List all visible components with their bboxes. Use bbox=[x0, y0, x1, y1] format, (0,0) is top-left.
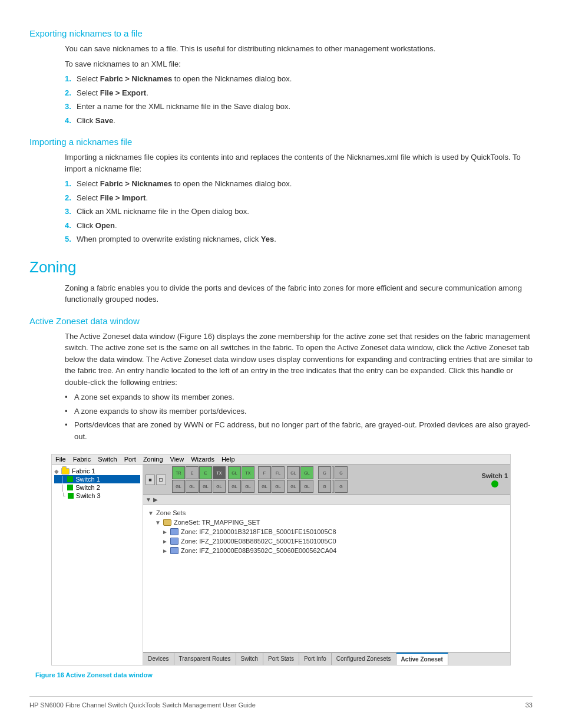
port-cell[interactable]: GL bbox=[199, 480, 212, 493]
menu-port[interactable]: Port bbox=[124, 456, 136, 463]
exporting-step-1: Select Fabric > Nicknames to open the Ni… bbox=[65, 73, 533, 85]
switch1-status-icon bbox=[67, 476, 73, 482]
bullet-item-1: A zone set expands to show its member zo… bbox=[65, 391, 533, 403]
port-cell[interactable]: GL bbox=[242, 480, 254, 493]
menu-switch[interactable]: Switch bbox=[98, 456, 117, 463]
switch3-status-icon bbox=[68, 493, 74, 499]
port-cell[interactable]: TX bbox=[242, 466, 254, 479]
figure-inner: ◆ Fabric 1 │ Switch 1 │ Switch 2 └ Switc… bbox=[52, 465, 510, 665]
menu-zoning[interactable]: Zoning bbox=[143, 456, 163, 463]
footer-left: HP SN6000 Fibre Channel Switch QuickTool… bbox=[29, 701, 256, 709]
zoning-heading: Zoning bbox=[29, 258, 533, 276]
tree-switch2[interactable]: │ Switch 2 bbox=[54, 483, 140, 492]
port-cell[interactable]: GL bbox=[172, 480, 185, 493]
switch-toolbar: ■ 🗌 TR E E TX GL GL bbox=[143, 465, 510, 495]
fabric-tree-panel: ◆ Fabric 1 │ Switch 1 │ Switch 2 └ Switc… bbox=[52, 465, 143, 665]
fabric-folder-icon bbox=[61, 468, 70, 475]
toolbar-icon2[interactable]: 🗌 bbox=[156, 475, 166, 485]
zone-icon bbox=[170, 538, 178, 545]
tab-port-stats[interactable]: Port Stats bbox=[263, 653, 299, 665]
importing-step-4: Click Open. bbox=[65, 220, 533, 232]
tab-devices[interactable]: Devices bbox=[143, 653, 174, 665]
port-cell[interactable]: E bbox=[186, 466, 199, 479]
tab-configured-zonesets[interactable]: Configured Zonesets bbox=[332, 653, 396, 665]
port-cell[interactable]: GL bbox=[228, 480, 241, 493]
importing-step-2: Select File > Import. bbox=[65, 192, 533, 204]
port-cell[interactable]: GL bbox=[287, 480, 300, 493]
active-zoneset-para: The Active Zoneset data window (Figure 1… bbox=[65, 331, 533, 388]
sep-row: ▼ ▶ bbox=[143, 495, 510, 505]
tab-active-zoneset[interactable]: Active Zoneset bbox=[396, 653, 448, 665]
port-cell[interactable]: G bbox=[335, 466, 348, 479]
switch2-status-icon bbox=[67, 485, 73, 490]
zone-expand-icon: ► bbox=[162, 548, 168, 554]
footer-right: 33 bbox=[525, 701, 533, 709]
switch3-label: Switch 3 bbox=[76, 492, 101, 499]
zone-item-0[interactable]: ► Zone: IFZ_2100001B3218F1EB_50001FE1501… bbox=[148, 527, 505, 536]
port-cell[interactable]: TX bbox=[213, 466, 226, 479]
zone-sets-label: Zone Sets bbox=[156, 509, 186, 516]
port-cell[interactable]: G bbox=[318, 480, 331, 493]
switch-status-dot bbox=[491, 480, 498, 487]
switch1-label: Switch 1 bbox=[75, 476, 100, 483]
page-footer: HP SN6000 Fibre Channel Switch QuickTool… bbox=[29, 696, 533, 709]
tab-switch[interactable]: Switch bbox=[236, 653, 263, 665]
zone-name-2: Zone: IFZ_210000E08B93502C_50060E000562C… bbox=[181, 547, 336, 554]
importing-para1: Importing a nicknames file copies its co… bbox=[65, 151, 533, 174]
port-cell[interactable]: GL bbox=[287, 466, 300, 479]
exporting-step-2: Select File > Export. bbox=[65, 87, 533, 99]
figure-caption-bold: Figure 16 Active Zoneset data window bbox=[35, 671, 153, 678]
zone-set-name: ZoneSet: TR_MAPPING_SET bbox=[174, 519, 260, 526]
zone-item-1[interactable]: ► Zone: IFZ_210000E08B88502C_50001FE1501… bbox=[148, 536, 505, 546]
sep-arrow: ▼ ▶ bbox=[146, 496, 158, 503]
menu-wizards[interactable]: Wizards bbox=[191, 456, 214, 463]
main-panel: ■ 🗌 TR E E TX GL GL bbox=[143, 465, 510, 665]
port-cell[interactable]: G bbox=[335, 480, 348, 493]
importing-heading: Importing a nicknames file bbox=[29, 137, 533, 147]
expand-icon: ▼ bbox=[155, 519, 161, 526]
expand-arrow-icon: ▼ bbox=[148, 510, 154, 516]
exporting-step-3: Enter a name for the XML nickname file i… bbox=[65, 101, 533, 113]
port-cell[interactable]: TR bbox=[172, 466, 185, 479]
tree-switch3[interactable]: └ Switch 3 bbox=[54, 492, 140, 500]
tab-transparent-routes[interactable]: Transparent Routes bbox=[174, 653, 236, 665]
zone-expand-icon: ► bbox=[162, 529, 168, 535]
zone-item-2[interactable]: ► Zone: IFZ_210000E08B93502C_50060E00056… bbox=[148, 546, 505, 555]
switch-name-label: Switch 1 bbox=[481, 472, 508, 479]
menu-file[interactable]: File bbox=[55, 456, 66, 463]
port-cell[interactable]: GL bbox=[228, 466, 241, 479]
port-cell[interactable]: E bbox=[199, 466, 212, 479]
active-zoneset-heading: Active Zoneset data window bbox=[29, 316, 533, 326]
zone-content-area: ▼ Zone Sets ▼ ZoneSet: TR_MAPPING_SET ► … bbox=[143, 505, 510, 652]
port-cell[interactable]: GL bbox=[300, 480, 313, 493]
menu-view[interactable]: View bbox=[170, 456, 184, 463]
port-cell[interactable]: GL bbox=[300, 466, 313, 479]
port-cell[interactable]: GL bbox=[272, 480, 285, 493]
port-cell[interactable]: GL bbox=[258, 480, 271, 493]
tree-fabric1[interactable]: ◆ Fabric 1 bbox=[54, 467, 140, 475]
tree-switch1[interactable]: │ Switch 1 bbox=[54, 475, 140, 483]
zoning-para: Zoning a fabric enables you to divide th… bbox=[65, 282, 533, 305]
port-cell[interactable]: GL bbox=[186, 480, 199, 493]
menu-help[interactable]: Help bbox=[222, 456, 235, 463]
importing-step-3: Click an XML nickname file in the Open d… bbox=[65, 206, 533, 218]
bottom-tabs: Devices Transparent Routes Switch Port S… bbox=[143, 652, 510, 665]
fabric1-label: Fabric 1 bbox=[72, 467, 95, 475]
switch2-label: Switch 2 bbox=[75, 484, 100, 491]
zone-set-item[interactable]: ▼ ZoneSet: TR_MAPPING_SET bbox=[148, 518, 505, 527]
menubar: File Fabric Switch Port Zoning View Wiza… bbox=[52, 454, 510, 465]
figure-caption: Figure 16 Active Zoneset data window bbox=[29, 671, 533, 678]
port-cell[interactable]: F bbox=[258, 466, 271, 479]
port-cell[interactable]: GL bbox=[213, 480, 226, 493]
port-cell[interactable]: FL bbox=[272, 466, 285, 479]
menu-fabric[interactable]: Fabric bbox=[73, 456, 91, 463]
exporting-para2: To save nicknames to an XML file: bbox=[65, 58, 533, 70]
bullet-item-3: Ports/devices that are zoned by WWN or F… bbox=[65, 419, 533, 442]
zone-name-0: Zone: IFZ_2100001B3218F1EB_50001FE150100… bbox=[181, 528, 336, 535]
importing-step-1: Select Fabric > Nicknames to open the Ni… bbox=[65, 178, 533, 190]
port-cell[interactable]: G bbox=[318, 466, 331, 479]
toolbar-icon1[interactable]: ■ bbox=[146, 475, 155, 485]
bullet-item-2: A zone expands to show its member ports/… bbox=[65, 406, 533, 417]
tab-port-info[interactable]: Port Info bbox=[299, 653, 332, 665]
zone-icon bbox=[170, 547, 178, 554]
